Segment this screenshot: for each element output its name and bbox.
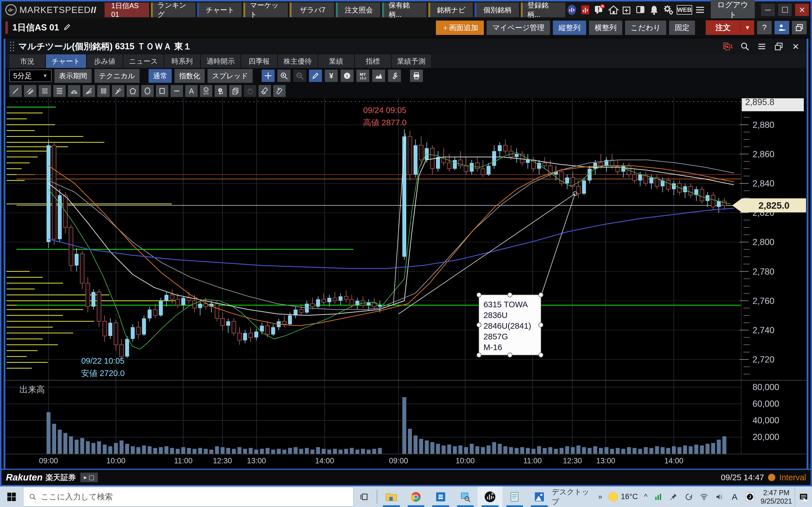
tray-ime-a-icon[interactable]: A	[730, 492, 739, 502]
settings-gear-icon[interactable]	[662, 4, 674, 16]
panel-toggle-button[interactable]: ▸ ▢	[80, 473, 98, 482]
mode-normal-button[interactable]: 通常	[149, 69, 172, 83]
taskbar-app-mail[interactable]	[428, 487, 453, 507]
volume-chart-pane[interactable]: 20,00040,00060,00080,000出来高	[5, 380, 807, 454]
tray-pin-icon[interactable]	[669, 493, 678, 501]
technical-button[interactable]: テクニカル	[94, 69, 140, 83]
cascade-windows-button[interactable]	[792, 21, 807, 34]
layout-button[interactable]: こだわり	[625, 20, 666, 35]
eraser-tool-icon[interactable]	[259, 85, 271, 97]
chat-notification-icon[interactable]: N	[593, 4, 606, 16]
content-tab[interactable]: チャート	[46, 54, 86, 68]
rectangle-tool-icon[interactable]	[156, 85, 168, 97]
vertical-lines-tool-icon[interactable]	[97, 85, 110, 97]
taskbar-app-snipping-tool[interactable]	[453, 487, 478, 507]
tray-volume-icon[interactable]	[715, 493, 724, 501]
drag-handle-icon[interactable]	[9, 41, 15, 52]
fan-lines-tool-icon[interactable]	[83, 85, 95, 97]
mode-spread-button[interactable]: スプレッド	[207, 69, 253, 83]
volume-chart-canvas[interactable]: 20,00040,00060,00080,000出来高	[5, 381, 807, 454]
pitchfork-tool-icon[interactable]	[112, 85, 124, 97]
horizontal-segment-tool-icon[interactable]	[170, 85, 183, 97]
chart-blue-icon[interactable]	[566, 4, 577, 16]
symbol-search-icon[interactable]	[739, 41, 751, 52]
content-tab[interactable]: 指標	[355, 54, 391, 68]
horizontal-lines-3-tool-icon[interactable]	[39, 85, 51, 97]
mode-index-button[interactable]: 指数化	[174, 69, 205, 83]
time-cycle-tool-icon[interactable]	[214, 85, 227, 97]
layout-button[interactable]: 固定	[669, 20, 695, 35]
taskbar-app-marketspeed[interactable]: R	[477, 487, 502, 507]
top-nav-tab[interactable]: ザラバ7	[290, 3, 334, 17]
content-tab[interactable]: 歩み値	[87, 54, 123, 68]
content-tab[interactable]: 業績	[318, 54, 354, 68]
content-tab[interactable]: 時系列	[164, 54, 200, 68]
taskbar-app-chrome[interactable]	[404, 487, 428, 507]
parallel-channel-tool-icon[interactable]	[24, 85, 36, 97]
display-period-button[interactable]: 表示期間	[54, 69, 92, 83]
layout-button[interactable]: 縦整列	[553, 20, 586, 35]
top-nav-tab[interactable]: 1日信AS 01	[105, 3, 149, 17]
content-tab[interactable]: 市況	[9, 54, 45, 68]
content-tab[interactable]: 四季報	[241, 54, 277, 68]
hand-tool-icon[interactable]	[244, 85, 256, 97]
bell-icon[interactable]	[649, 4, 660, 16]
start-button[interactable]	[0, 487, 23, 507]
taskbar-app-file-explorer[interactable]	[379, 487, 404, 507]
top-nav-tab[interactable]: ランキング	[151, 3, 195, 17]
link-group-icon[interactable]: ⎘1	[722, 41, 734, 52]
layout-button[interactable]: ＋画面追加	[436, 20, 484, 35]
yen-scale-icon[interactable]: ¥	[325, 69, 338, 82]
web-icon[interactable]: WEB	[677, 5, 692, 15]
support-person-button[interactable]	[774, 21, 789, 34]
top-nav-tab[interactable]: マーケット	[243, 3, 288, 17]
order-button[interactable]: 注文 ▼	[706, 20, 754, 35]
horizontal-lines-4-tool-icon[interactable]	[53, 85, 66, 97]
tray-ime-ja-icon[interactable]: J	[746, 492, 755, 501]
close-window-icon[interactable]: ✕	[790, 41, 802, 52]
help-button[interactable]: ?	[757, 21, 772, 34]
area-chart-icon[interactable]	[372, 69, 385, 82]
crosshair-icon[interactable]	[262, 69, 274, 82]
task-view-icon[interactable]	[354, 487, 375, 507]
popout-window-icon[interactable]	[773, 41, 784, 52]
multitool-title-bar[interactable]: マルチツール(個別銘柄) 6315 ＴＯＷＡ 東１ ⎘1 ✕	[5, 39, 807, 54]
zoom-in-icon[interactable]	[277, 69, 290, 82]
top-nav-tab[interactable]: 銘柄ナビ	[428, 3, 473, 17]
edit-page-name-icon[interactable]	[63, 23, 71, 33]
price-chart-pane[interactable]: 09/24 09:05高値 2877.009/22 10:05安値 2720.0…	[5, 98, 807, 380]
trend-line-tool-icon[interactable]	[9, 85, 22, 97]
top-nav-tab[interactable]: 注文照会	[336, 3, 380, 17]
print-icon[interactable]	[410, 69, 423, 82]
action-center-icon[interactable]	[795, 487, 812, 507]
menu-icon[interactable]	[695, 4, 706, 16]
tray-sync-icon[interactable]	[684, 493, 693, 501]
content-tab[interactable]: 適時開示	[201, 54, 241, 68]
ellipse-tool-icon[interactable]	[141, 85, 154, 97]
taskbar-search-input[interactable]: ここに入力して検索	[23, 487, 354, 506]
pentagon-tool-icon[interactable]	[126, 85, 139, 97]
taskbar-app-notepad[interactable]	[502, 487, 527, 507]
eraser-all-tool-icon[interactable]: A	[273, 85, 286, 97]
taskbar-weather[interactable]: 16°C	[608, 492, 638, 502]
my-chart-icon[interactable]: MY	[356, 69, 369, 82]
display-icon[interactable]	[635, 4, 646, 16]
maximize-button[interactable]: ☐	[778, 4, 792, 16]
text-tool-icon[interactable]: A	[185, 85, 198, 97]
top-nav-tab[interactable]: 個別銘柄	[474, 3, 519, 17]
layout-button[interactable]: 横整列	[589, 20, 622, 35]
draw-pencil-icon[interactable]	[309, 69, 322, 82]
desktop-toolbar-label[interactable]: デスクトップ	[552, 487, 592, 507]
home-icon[interactable]	[608, 4, 619, 16]
copy-tool-icon[interactable]	[229, 85, 242, 97]
fibonacci-arcs-tool-icon[interactable]	[68, 85, 80, 97]
top-nav-tab[interactable]: 保有銘柄...	[382, 3, 426, 17]
interval-dropdown[interactable]: 5分足 ▼	[9, 69, 52, 82]
taskbar-app-photos[interactable]	[527, 487, 552, 507]
layout-button[interactable]: マイページ管理	[487, 20, 550, 35]
settings-wrench-icon[interactable]	[388, 69, 401, 82]
content-tab[interactable]: 業績予測	[392, 54, 432, 68]
tray-expand-caret[interactable]: ^	[644, 492, 647, 501]
chart-red-icon[interactable]	[580, 4, 591, 16]
icon-stamp-tool-icon[interactable]: icon	[200, 85, 212, 97]
